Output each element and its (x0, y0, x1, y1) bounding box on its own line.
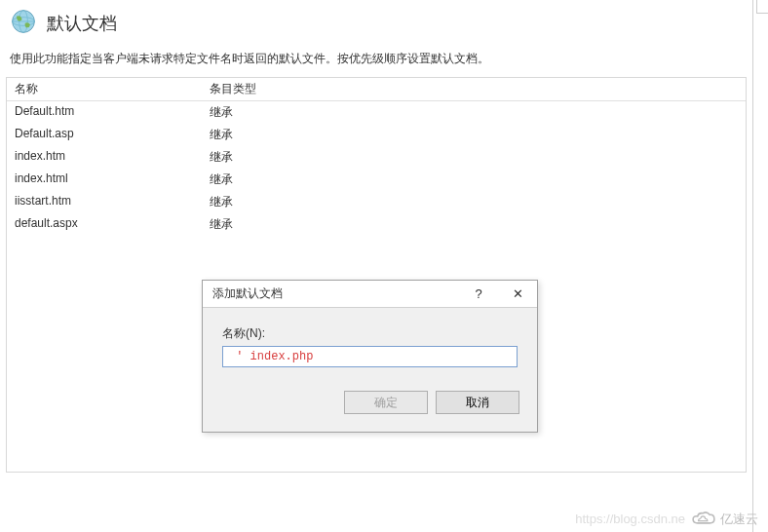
cell-type: 继承 (202, 101, 746, 124)
globe-icon (10, 8, 37, 38)
watermark-logo: 亿速云 (690, 511, 758, 528)
cloud-icon (690, 511, 717, 528)
table-row[interactable]: Default.htm 继承 (7, 101, 746, 124)
cell-type: 继承 (202, 213, 746, 236)
default-document-panel: 默认文档 使用此功能指定当客户端未请求特定文件名时返回的默认文件。按优先级顺序设… (0, 0, 753, 532)
cell-name: Default.asp (7, 124, 202, 146)
dialog-footer: 确定 取消 (203, 381, 537, 432)
dialog-title: 添加默认文档 (212, 285, 459, 302)
help-button[interactable]: ? (459, 281, 498, 308)
table-row[interactable]: default.aspx 继承 (7, 213, 746, 236)
cell-name: default.aspx (7, 213, 202, 236)
cancel-button[interactable]: 取消 (436, 391, 519, 414)
watermark-url: https://blog.csdn.ne (575, 512, 685, 526)
table-row[interactable]: index.html 继承 (7, 169, 746, 191)
cell-name: iisstart.htm (7, 191, 202, 213)
add-default-document-dialog: 添加默认文档 ? ✕ 名称(N): 确定 取消 (202, 280, 538, 433)
ok-button[interactable]: 确定 (344, 391, 428, 414)
table-row[interactable]: Default.asp 继承 (7, 124, 746, 146)
cell-type: 继承 (202, 146, 746, 169)
cell-name: Default.htm (7, 101, 202, 124)
cell-type: 继承 (202, 169, 746, 191)
name-label: 名称(N): (222, 325, 518, 342)
watermark-brand: 亿速云 (720, 511, 758, 528)
side-panel-stub (756, 0, 768, 14)
header: 默认文档 (0, 0, 752, 44)
cell-type: 继承 (202, 124, 746, 146)
dialog-body: 名称(N): (203, 308, 537, 381)
table-row[interactable]: iisstart.htm 继承 (7, 191, 746, 213)
column-header-name[interactable]: 名称 (7, 78, 202, 100)
cell-name: index.htm (7, 146, 202, 169)
cell-name: index.html (7, 169, 202, 191)
dialog-titlebar[interactable]: 添加默认文档 ? ✕ (203, 281, 537, 308)
column-header-type[interactable]: 条目类型 (202, 78, 746, 100)
close-button[interactable]: ✕ (498, 281, 537, 308)
page-description: 使用此功能指定当客户端未请求特定文件名时返回的默认文件。按优先级顺序设置默认文档… (0, 44, 752, 77)
table-header: 名称 条目类型 (7, 78, 746, 101)
table-row[interactable]: index.htm 继承 (7, 146, 746, 169)
cell-type: 继承 (202, 191, 746, 213)
name-input[interactable] (222, 346, 518, 367)
page-title: 默认文档 (47, 12, 117, 35)
